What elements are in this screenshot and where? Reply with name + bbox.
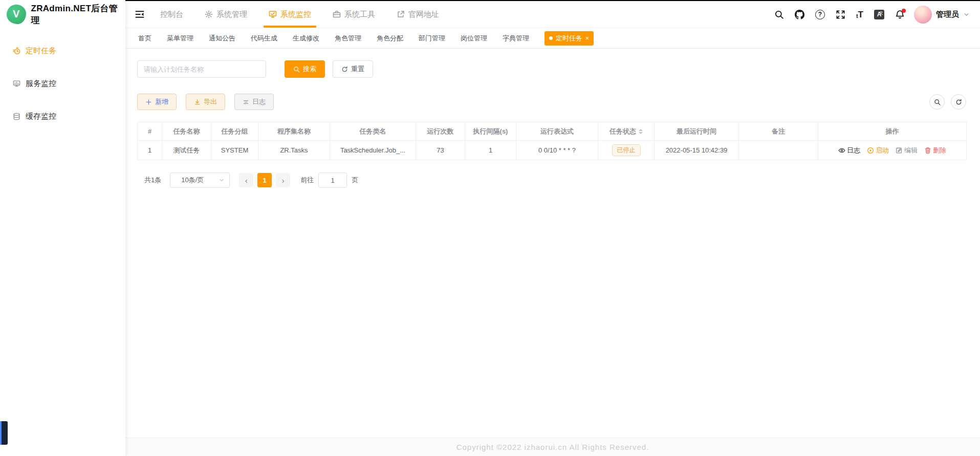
reset-button-label: 重置 (351, 64, 364, 74)
server-icon (13, 80, 20, 88)
locale-button[interactable]: A文 (874, 10, 884, 19)
column-header: 最后运行时间 (655, 122, 739, 141)
nav-item-system-monitor[interactable]: 系统监控 (269, 1, 311, 28)
column-header: 执行间隔(s) (465, 122, 516, 141)
top-navbar: 控制台系统管理系统监控系统工具官网地址 ?tTA文 管理员 (125, 1, 980, 28)
chevron-down-icon (219, 177, 225, 183)
table-row: 1测试任务SYSTEMZR.TasksTaskScheduler.Job_...… (138, 141, 967, 160)
tab-label: 角色管理 (335, 34, 361, 42)
nav-item-website[interactable]: 官网地址 (397, 1, 439, 28)
add-button-label: 新增 (155, 97, 168, 106)
cell-actions: 日志启动编辑删除 (818, 141, 967, 160)
next-page-button[interactable]: › (276, 173, 290, 187)
table-header-row: #任务名称任务分组程序集名称任务类名运行次数执行间隔(s)运行表达式任务状态最后… (138, 122, 967, 141)
help-button[interactable]: ? (815, 10, 825, 19)
column-header[interactable]: 任务状态 (598, 122, 655, 141)
tasks-table: #任务名称任务分组程序集名称任务类名运行次数执行间隔(s)运行表达式任务状态最后… (137, 122, 967, 160)
toggle-search-button[interactable] (929, 94, 945, 110)
close-icon[interactable]: × (585, 35, 589, 41)
nav-item-label: 系统工具 (344, 10, 375, 19)
content: 搜索 重置 新增 导出 日志 (125, 49, 980, 438)
github-button[interactable] (795, 10, 804, 19)
column-header: 任务类名 (330, 122, 416, 141)
toolbox-icon (333, 10, 341, 18)
goto-page-input[interactable] (318, 172, 347, 188)
sidebar: V ZRAdmin.NET后台管理 定时任务服务监控缓存监控 (0, 0, 125, 456)
tab-notice[interactable]: 通知公告 (209, 34, 235, 43)
navbar-right: ?tTA文 管理员 (774, 6, 970, 24)
nav-item-system-tools[interactable]: 系统工具 (333, 1, 375, 28)
sidebar-item-label: 定时任务 (26, 46, 56, 56)
tab-gen-edit[interactable]: 生成修改 (293, 34, 319, 43)
nav-item-label: 系统管理 (216, 10, 247, 19)
edit-icon (896, 147, 903, 154)
sidebar-item-service-monitor[interactable]: 服务监控 (0, 69, 125, 98)
timer-icon (13, 47, 20, 55)
tab-dept-manage[interactable]: 部门管理 (419, 34, 445, 43)
tab-label: 菜单管理 (167, 34, 193, 42)
app-logo[interactable]: V ZRAdmin.NET后台管理 (0, 0, 125, 28)
page-size-select[interactable]: 10条/页 (170, 172, 230, 188)
tab-menu-manage[interactable]: 菜单管理 (167, 34, 193, 43)
row-action-log[interactable]: 日志 (838, 146, 860, 155)
tab-post-manage[interactable]: 岗位管理 (461, 34, 487, 43)
sidebar-item-label: 服务监控 (26, 79, 56, 89)
cell-status: 已停止 (598, 141, 655, 160)
font-size-icon: tT (856, 10, 863, 19)
sidebar-item-label: 缓存监控 (26, 112, 56, 121)
tab-dict-manage[interactable]: 字典管理 (503, 34, 529, 43)
status-badge: 已停止 (612, 144, 641, 157)
add-button[interactable]: 新增 (137, 94, 177, 110)
nav-item-console[interactable]: 控制台 (160, 1, 183, 28)
search-form: 搜索 重置 (137, 60, 966, 78)
prev-page-button[interactable]: ‹ (239, 173, 253, 187)
page-unit-label: 页 (352, 176, 358, 185)
task-name-input[interactable] (137, 60, 266, 78)
tab-role-manage[interactable]: 角色管理 (335, 34, 361, 43)
download-icon (194, 99, 201, 105)
tab-label: 通知公告 (209, 34, 235, 42)
search-button[interactable]: 搜索 (285, 60, 325, 78)
search-button[interactable] (774, 10, 784, 19)
cell-run_times: 73 (416, 141, 465, 160)
sidebar-item-scheduled-tasks[interactable]: 定时任务 (0, 36, 125, 65)
tab-code-gen[interactable]: 代码生成 (251, 34, 277, 43)
row-action-start[interactable]: 启动 (867, 146, 889, 155)
chevron-down-icon (963, 11, 970, 18)
row-action-edit[interactable]: 编辑 (896, 146, 918, 155)
tab-timed-task[interactable]: 定时任务× (545, 31, 594, 46)
reset-button[interactable]: 重置 (333, 60, 373, 78)
avatar[interactable] (914, 6, 932, 24)
fullscreen-button[interactable] (836, 10, 845, 19)
tab-home[interactable]: 首页 (138, 34, 151, 43)
search-button-label: 搜索 (303, 64, 316, 74)
layers-icon (13, 113, 20, 120)
sidebar-collapse-icon[interactable] (135, 9, 145, 19)
export-button[interactable]: 导出 (186, 94, 225, 110)
tab-role-assign[interactable]: 角色分配 (377, 34, 403, 43)
nav-item-label: 系统监控 (280, 10, 311, 19)
font-size-button[interactable]: tT (856, 10, 863, 19)
list-icon (243, 99, 249, 105)
cell-interval: 1 (465, 141, 516, 160)
nav-item-system-manage[interactable]: 系统管理 (205, 1, 247, 28)
eye-icon (838, 147, 845, 154)
export-button-label: 导出 (204, 97, 217, 106)
app-title: ZRAdmin.NET后台管理 (31, 3, 125, 26)
refresh-icon (341, 66, 348, 73)
sidebar-item-cache-monitor[interactable]: 缓存监控 (0, 102, 125, 131)
github-icon (795, 10, 804, 19)
sort-caret-icon[interactable] (639, 127, 643, 136)
action-label: 日志 (847, 146, 860, 155)
notification-badge (902, 9, 906, 13)
cell-assembly: ZR.Tasks (258, 141, 330, 160)
action-label: 启动 (876, 146, 889, 155)
dock-widget[interactable] (0, 421, 8, 445)
row-action-delete[interactable]: 删除 (924, 146, 946, 155)
user-menu[interactable]: 管理员 (914, 6, 970, 24)
active-dot-icon (549, 36, 553, 40)
notifications-button[interactable] (895, 10, 905, 19)
log-button[interactable]: 日志 (234, 94, 274, 110)
page-number-1[interactable]: 1 (257, 173, 272, 187)
refresh-table-button[interactable] (951, 94, 966, 110)
